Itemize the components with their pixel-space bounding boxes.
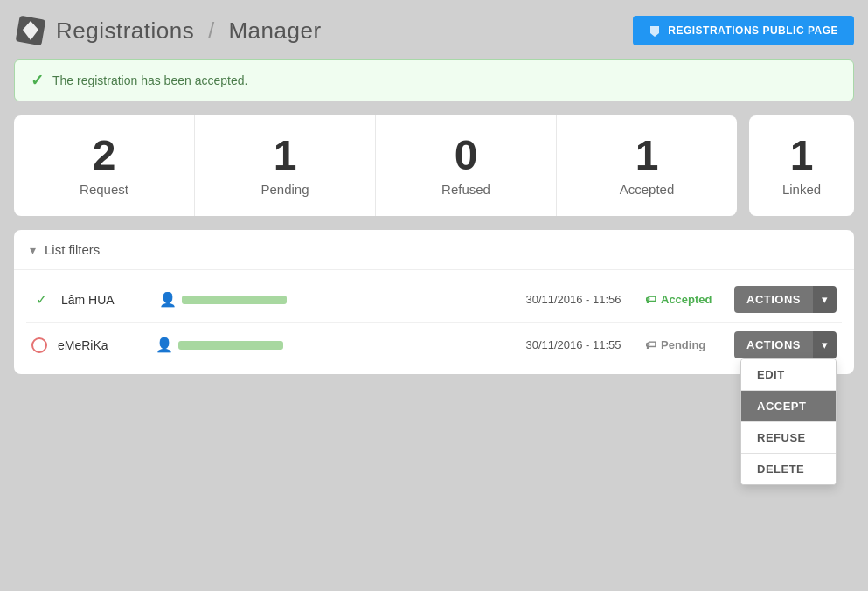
stats-refused: 0 Refused bbox=[376, 115, 557, 216]
table-body: ✓ Lâm HUA 👤 30/11/2016 - 11:56 🏷 Accepte… bbox=[14, 270, 854, 374]
tag-icon: 🏷 bbox=[645, 293, 656, 306]
row-avatar-bar: 👤 bbox=[156, 337, 502, 353]
progress-bar bbox=[182, 296, 287, 304]
stats-request-label: Request bbox=[80, 182, 128, 197]
stats-row: 2 Request 1 Pending 0 Refused 1 Accepted… bbox=[14, 115, 854, 216]
avatar-icon: 👤 bbox=[156, 337, 173, 353]
dropdown-delete[interactable]: DELETE bbox=[741, 454, 836, 484]
avatar-icon: 👤 bbox=[159, 291, 177, 308]
alert-message: The registration has been accepted. bbox=[52, 73, 247, 87]
chevron-down-icon: ▾ bbox=[30, 243, 36, 257]
status-badge-accepted: 🏷 Accepted bbox=[645, 293, 724, 306]
stats-accepted-number: 1 bbox=[635, 135, 659, 177]
stats-refused-label: Refused bbox=[441, 182, 490, 197]
actions-group-row1: ACTIONS ▾ bbox=[734, 286, 837, 313]
actions-chevron-row2[interactable]: ▾ bbox=[813, 331, 837, 358]
stats-pending-number: 1 bbox=[274, 135, 297, 177]
stats-accepted-label: Accepted bbox=[620, 182, 675, 197]
header-left: Registrations / Manager bbox=[14, 14, 322, 47]
list-filters-label: List filters bbox=[45, 242, 100, 257]
table-row: ✓ Lâm HUA 👤 30/11/2016 - 11:56 🏷 Accepte… bbox=[26, 277, 842, 323]
check-icon: ✓ bbox=[31, 71, 44, 90]
stats-linked-label: Linked bbox=[782, 182, 821, 197]
stats-refused-number: 0 bbox=[455, 135, 478, 177]
table-row: eMeRiKa 👤 30/11/2016 - 11:55 🏷 Pending A… bbox=[26, 323, 842, 367]
svg-marker-2 bbox=[650, 26, 659, 37]
pending-icon bbox=[31, 337, 47, 353]
row-name: Lâm HUA bbox=[61, 293, 149, 307]
header: Registrations / Manager Registrations Pu… bbox=[14, 14, 854, 47]
stats-request: 2 Request bbox=[14, 115, 195, 216]
status-badge-pending: 🏷 Pending bbox=[645, 338, 724, 351]
actions-chevron-row1[interactable]: ▾ bbox=[813, 286, 837, 313]
accepted-icon: ✓ bbox=[31, 291, 51, 308]
logo-icon bbox=[14, 14, 47, 47]
stats-card-main: 2 Request 1 Pending 0 Refused 1 Accepted bbox=[14, 115, 737, 216]
status-label: Accepted bbox=[661, 293, 712, 306]
actions-group-row2: ACTIONS ▾ EDIT ACCEPT REFUSE DELETE bbox=[734, 331, 837, 358]
list-filters-header[interactable]: ▾ List filters bbox=[14, 230, 854, 270]
dropdown-refuse[interactable]: REFUSE bbox=[741, 422, 836, 453]
alert-banner: ✓ The registration has been accepted. bbox=[14, 59, 854, 101]
progress-bar bbox=[178, 341, 283, 350]
dropdown-accept[interactable]: ACCEPT bbox=[741, 391, 836, 421]
tag-icon bbox=[649, 24, 661, 37]
stats-accepted: 1 Accepted bbox=[557, 115, 737, 216]
public-page-button[interactable]: Registrations Public Page bbox=[633, 16, 854, 45]
stats-card-linked: 1 Linked bbox=[749, 115, 854, 216]
actions-button-row1[interactable]: ACTIONS bbox=[734, 286, 813, 313]
page-title: Registrations / Manager bbox=[56, 17, 322, 45]
row-avatar-bar: 👤 bbox=[159, 291, 502, 308]
stats-pending: 1 Pending bbox=[195, 115, 376, 216]
tag-icon: 🏷 bbox=[645, 338, 656, 351]
status-label: Pending bbox=[661, 338, 705, 351]
stats-pending-label: Pending bbox=[260, 182, 309, 197]
actions-dropdown: EDIT ACCEPT REFUSE DELETE bbox=[740, 358, 837, 485]
row-date: 30/11/2016 - 11:56 bbox=[512, 293, 635, 306]
stats-linked-number: 1 bbox=[790, 135, 814, 177]
row-name: eMeRiKa bbox=[58, 338, 145, 352]
stats-request-number: 2 bbox=[93, 135, 116, 177]
list-filters-panel: ▾ List filters ✓ Lâm HUA 👤 30/11/2016 - … bbox=[14, 230, 854, 374]
actions-button-row2[interactable]: ACTIONS bbox=[734, 331, 813, 358]
dropdown-edit[interactable]: EDIT bbox=[741, 359, 836, 390]
row-date: 30/11/2016 - 11:55 bbox=[512, 338, 635, 351]
